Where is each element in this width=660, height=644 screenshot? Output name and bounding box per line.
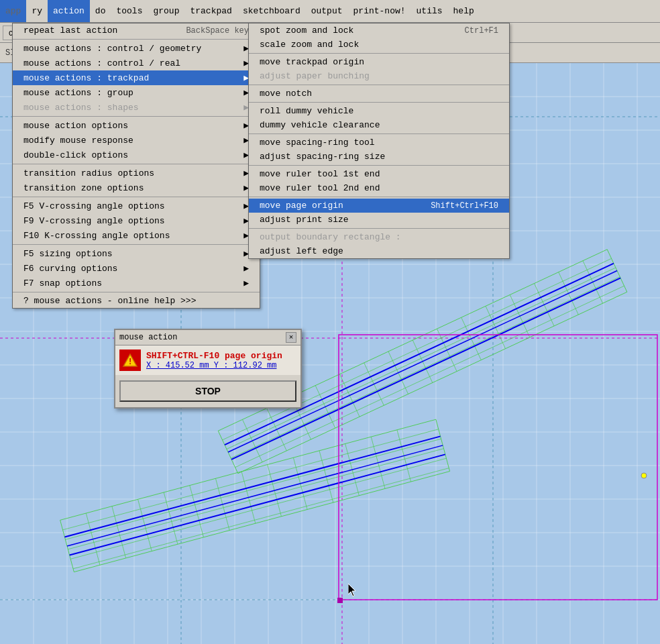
menu-output[interactable]: output bbox=[306, 0, 348, 22]
popup-action-text: SHIFT+CTRL-F10 page origin bbox=[146, 351, 282, 361]
app-label: app bbox=[0, 0, 26, 22]
dd-adjust-paper-bunching: adjust paper bunching bbox=[249, 69, 509, 83]
dd-adjust-print-size[interactable]: adjust print size bbox=[249, 213, 509, 227]
dd-mouse-control-real[interactable]: mouse actions : control / real ▶ bbox=[13, 56, 260, 70]
dd-sep-5 bbox=[13, 244, 260, 245]
svg-point-86 bbox=[641, 473, 647, 478]
svg-line-68 bbox=[70, 458, 446, 559]
menu-help[interactable]: help bbox=[448, 0, 480, 22]
dd-move-ruler-1st[interactable]: move ruler tool 1st end bbox=[249, 167, 509, 181]
menu-sketchboard[interactable]: sketchboard bbox=[237, 0, 306, 22]
dd-shortcut-highlighted: Shift+Ctrl+F10 bbox=[431, 201, 498, 211]
popup-title: mouse action bbox=[119, 333, 177, 342]
popup-close-button[interactable]: × bbox=[286, 332, 296, 343]
dropdown-trackpad: spot zoom and lock Ctrl+F1 scale zoom an… bbox=[248, 23, 510, 259]
dd-output-boundary: output boundary rectangle : bbox=[249, 230, 509, 244]
popup-content: ! SHIFT+CTRL-F10 page origin X : 415.52 … bbox=[115, 345, 300, 375]
dd-repeat-last-action[interactable]: repeat last action BackSpace key bbox=[13, 23, 260, 38]
dd-double-click-options[interactable]: double-click options ▶ bbox=[13, 148, 260, 162]
dd-spot-zoom[interactable]: spot zoom and lock Ctrl+F1 bbox=[249, 23, 509, 38]
dd-mouse-action-options[interactable]: mouse action options ▶ bbox=[13, 118, 260, 133]
menu-do[interactable]: do bbox=[90, 0, 111, 22]
dd-sep-3 bbox=[13, 164, 260, 164]
dd-mouse-trackpad[interactable]: mouse actions : trackpad ▶ bbox=[13, 70, 260, 85]
menu-tools[interactable]: tools bbox=[111, 0, 148, 22]
dd-adjust-left-edge[interactable]: adjust left edge bbox=[249, 244, 509, 258]
warning-icon: ! bbox=[119, 350, 141, 371]
submenu-arrow: ▶ bbox=[243, 263, 249, 274]
dd-sep-6 bbox=[13, 292, 260, 292]
menubar: app ry action do tools group trackpad sk… bbox=[0, 0, 660, 23]
dropdown-action: repeat last action BackSpace key mouse a… bbox=[12, 23, 260, 309]
dd-sep-t4 bbox=[249, 133, 509, 134]
dd-sep-1 bbox=[13, 39, 260, 40]
menu-print-now[interactable]: print-now! bbox=[348, 0, 411, 22]
popup-coords-text[interactable]: X : 415.52 mm Y : 112.92 mm bbox=[146, 361, 282, 370]
dd-mouse-shapes: mouse actions : shapes ▶ bbox=[13, 100, 260, 115]
dd-transition-zone[interactable]: transition zone options ▶ bbox=[13, 180, 260, 195]
dd-sep-t5 bbox=[249, 165, 509, 166]
menu-action[interactable]: action bbox=[48, 0, 90, 22]
dd-f6-curving[interactable]: F6 curving options ▶ bbox=[13, 261, 260, 276]
dd-move-ruler-2nd[interactable]: move ruler tool 2nd end bbox=[249, 181, 509, 195]
dd-f5-vcrossing[interactable]: F5 V-crossing angle options ▶ bbox=[13, 199, 260, 213]
menu-trackpad[interactable]: trackpad bbox=[184, 0, 237, 22]
dd-move-spacing-ring[interactable]: move spacing-ring tool bbox=[249, 136, 509, 150]
dd-roll-dummy-vehicle[interactable]: roll dummy vehicle bbox=[249, 104, 509, 118]
dd-mouse-control-geometry[interactable]: mouse actions : control / geometry ▶ bbox=[13, 41, 260, 56]
dd-scale-zoom[interactable]: scale zoom and lock bbox=[249, 38, 509, 52]
dd-move-page-origin[interactable]: move page origin Shift+Ctrl+F10 bbox=[249, 199, 509, 213]
svg-rect-88 bbox=[337, 598, 343, 603]
dd-transition-radius[interactable]: transition radius options ▶ bbox=[13, 166, 260, 180]
dd-move-trackpad-origin[interactable]: move trackpad origin bbox=[249, 55, 509, 69]
stop-button[interactable]: STOP bbox=[119, 380, 296, 402]
dd-f5-sizing[interactable]: F5 sizing options ▶ bbox=[13, 246, 260, 261]
menu-ry[interactable]: ry bbox=[26, 0, 48, 22]
svg-text:!: ! bbox=[127, 358, 132, 367]
dd-sep-t1 bbox=[249, 53, 509, 54]
submenu-arrow: ▶ bbox=[243, 278, 249, 288]
svg-line-65 bbox=[63, 429, 439, 530]
mouse-action-popup: mouse action × ! SHIFT+CTRL-F10 page ori… bbox=[114, 329, 302, 409]
dd-f10-kcrossing[interactable]: F10 K-crossing angle options ▶ bbox=[13, 228, 260, 243]
dd-sep-t6 bbox=[249, 197, 509, 197]
svg-line-69 bbox=[73, 468, 449, 569]
dd-move-notch[interactable]: move notch bbox=[249, 87, 509, 101]
popup-stop-area: STOP bbox=[115, 375, 300, 407]
dd-dummy-vehicle-clearance[interactable]: dummy vehicle clearance bbox=[249, 118, 509, 132]
dd-item-label: repeat last action bbox=[23, 25, 117, 36]
dd-f9-vcrossing[interactable]: F9 V-crossing angle options ▶ bbox=[13, 213, 260, 228]
dd-help-link[interactable]: ? mouse actions - online help >>> bbox=[13, 294, 260, 308]
dd-sep-4 bbox=[13, 197, 260, 197]
svg-line-85 bbox=[70, 454, 445, 555]
dd-mouse-group[interactable]: mouse actions : group ▶ bbox=[13, 85, 260, 100]
dd-sep-2 bbox=[13, 116, 260, 117]
dd-shortcut: Ctrl+F1 bbox=[465, 26, 498, 36]
svg-line-84 bbox=[67, 445, 443, 546]
dd-f7-snap[interactable]: F7 snap options ▶ bbox=[13, 276, 260, 290]
menu-utils[interactable]: utils bbox=[411, 0, 448, 22]
dd-adjust-spacing-ring[interactable]: adjust spacing-ring size bbox=[249, 150, 509, 164]
dd-modify-mouse-response[interactable]: modify mouse response ▶ bbox=[13, 133, 260, 148]
dd-sep-t3 bbox=[249, 102, 509, 103]
dd-item-shortcut: BackSpace key bbox=[186, 26, 249, 36]
menu-group[interactable]: group bbox=[148, 0, 184, 22]
svg-line-83 bbox=[64, 436, 440, 537]
popup-titlebar: mouse action × bbox=[115, 330, 300, 345]
popup-info: SHIFT+CTRL-F10 page origin X : 415.52 mm… bbox=[146, 351, 282, 370]
svg-line-66 bbox=[65, 439, 441, 539]
dd-sep-t2 bbox=[249, 85, 509, 85]
dd-sep-t7 bbox=[249, 228, 509, 229]
